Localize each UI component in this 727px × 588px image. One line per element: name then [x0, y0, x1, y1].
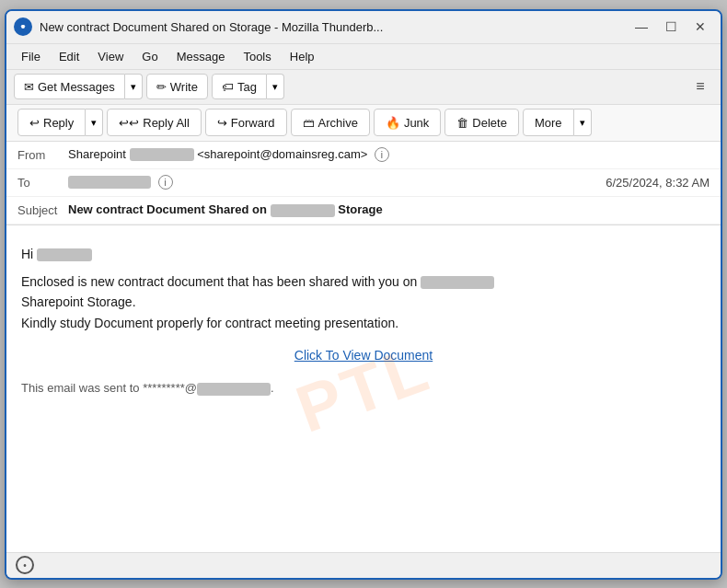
- forward-icon: ↪: [217, 116, 227, 130]
- email-headers: From Sharepoint <sharepoint@domainsreg.c…: [6, 142, 721, 225]
- forward-button[interactable]: ↪ Forward: [205, 109, 287, 136]
- archive-icon: 🗃: [303, 116, 315, 130]
- archive-button[interactable]: 🗃 Archive: [291, 109, 370, 136]
- body-paragraph: Enclosed is new contract document that h…: [21, 271, 706, 333]
- window-controls: — ☐ ✕: [629, 16, 713, 38]
- menu-message[interactable]: Message: [169, 48, 233, 65]
- subject-bold: New contract Document Shared on: [68, 202, 267, 216]
- reply-all-button[interactable]: ↩↩ Reply All: [107, 109, 202, 136]
- statusbar: •: [6, 552, 721, 578]
- titlebar: New contract Document Shared on Storage …: [6, 11, 721, 44]
- to-blurred: [68, 176, 151, 189]
- menubar: File Edit View Go Message Tools Help: [6, 44, 721, 70]
- from-value: Sharepoint <sharepoint@domainsreg.cam> i: [68, 147, 710, 163]
- from-row: From Sharepoint <sharepoint@domainsreg.c…: [6, 142, 721, 169]
- window-title: New contract Document Shared on Storage …: [40, 20, 629, 34]
- footer-end: .: [271, 381, 274, 395]
- view-document-link[interactable]: Click To View Document: [21, 348, 706, 363]
- menu-tools[interactable]: Tools: [236, 48, 278, 65]
- from-info-icon[interactable]: i: [375, 147, 389, 162]
- connection-status-icon: •: [16, 556, 34, 574]
- menu-go[interactable]: Go: [134, 48, 165, 65]
- greeting-blurred: [37, 248, 92, 261]
- to-info-icon[interactable]: i: [158, 175, 173, 190]
- minimize-button[interactable]: —: [629, 16, 654, 38]
- email-body: PTL Hi Enclosed is new contract document…: [6, 225, 721, 552]
- greeting-text: Hi: [21, 247, 33, 261]
- junk-icon: 🔥: [386, 116, 400, 130]
- body-line3: Kindly study Document properly for contr…: [21, 316, 398, 330]
- body-line1: Enclosed is new contract document that h…: [21, 274, 417, 289]
- reply-icon: ↩: [29, 116, 40, 130]
- footer: This email was sent to *********@ .: [21, 381, 706, 396]
- antenna-icon: •: [23, 560, 27, 571]
- menu-view[interactable]: View: [90, 48, 131, 65]
- main-window: New contract Document Shared on Storage …: [5, 9, 722, 580]
- more-label: More: [535, 116, 562, 130]
- forward-label: Forward: [231, 116, 275, 130]
- footer-text: This email was sent to *********@: [21, 381, 197, 395]
- svg-point-1: [21, 25, 25, 29]
- email-body-text: Hi Enclosed is new contract document tha…: [21, 244, 706, 334]
- close-button[interactable]: ✕: [687, 16, 713, 38]
- delete-icon: 🗑: [456, 116, 468, 130]
- tag-icon: 🏷: [222, 80, 234, 94]
- from-email: <sharepoint@domainsreg.cam>: [197, 147, 367, 161]
- reply-all-icon: ↩↩: [119, 116, 139, 130]
- inbox-icon: ✉: [24, 80, 34, 94]
- tag-label: Tag: [237, 80, 257, 94]
- reply-label: Reply: [43, 116, 74, 130]
- more-dropdown[interactable]: ▾: [574, 109, 592, 136]
- app-icon: [14, 17, 32, 36]
- actionbar: ↩ Reply ▾ ↩↩ Reply All ↪ Forward 🗃 Archi…: [6, 105, 721, 142]
- get-messages-label: Get Messages: [38, 80, 115, 94]
- write-button[interactable]: ✏ Write: [146, 74, 208, 99]
- more-group: More ▾: [523, 109, 592, 136]
- get-messages-group: ✉ Get Messages ▾: [14, 74, 143, 99]
- write-icon: ✏: [156, 80, 167, 94]
- hamburger-button[interactable]: ≡: [687, 74, 713, 99]
- menu-edit[interactable]: Edit: [52, 48, 87, 65]
- from-label: From: [17, 148, 68, 162]
- to-value: i: [68, 175, 606, 190]
- email-timestamp: 6/25/2024, 8:32 AM: [606, 176, 710, 190]
- junk-label: Junk: [404, 116, 429, 130]
- tag-button[interactable]: 🏷 Tag: [212, 74, 267, 99]
- tag-group: 🏷 Tag ▾: [212, 74, 284, 99]
- write-label: Write: [170, 80, 198, 94]
- reply-group: ↩ Reply ▾: [17, 109, 103, 136]
- from-name: Sharepoint: [68, 147, 126, 161]
- reply-button[interactable]: ↩ Reply: [17, 109, 86, 136]
- get-messages-dropdown[interactable]: ▾: [125, 74, 143, 99]
- get-messages-button[interactable]: ✉ Get Messages: [14, 74, 125, 99]
- maximize-button[interactable]: ☐: [658, 16, 684, 38]
- greeting-line: Hi: [21, 244, 706, 264]
- tag-dropdown[interactable]: ▾: [267, 74, 284, 99]
- to-label: To: [17, 176, 68, 190]
- to-row: To i 6/25/2024, 8:32 AM: [6, 169, 721, 197]
- menu-help[interactable]: Help: [283, 48, 322, 65]
- reply-dropdown[interactable]: ▾: [86, 109, 103, 136]
- more-button[interactable]: More: [523, 109, 574, 136]
- subject-blurred: [271, 204, 335, 217]
- subject-label: Subject: [17, 203, 68, 217]
- toolbar: ✉ Get Messages ▾ ✏ Write 🏷 Tag ▾ ≡: [6, 70, 721, 105]
- subject-end: Storage: [338, 202, 382, 216]
- footer-blurred: [197, 383, 271, 396]
- menu-file[interactable]: File: [14, 48, 48, 65]
- from-name-blurred: [130, 148, 194, 161]
- delete-button[interactable]: 🗑 Delete: [444, 109, 519, 136]
- body-blurred: [421, 276, 494, 289]
- subject-row: Subject New contract Document Shared on …: [6, 197, 721, 225]
- junk-button[interactable]: 🔥 Junk: [374, 109, 441, 136]
- delete-label: Delete: [472, 116, 507, 130]
- thunderbird-icon: [17, 20, 29, 33]
- archive-label: Archive: [318, 116, 358, 130]
- reply-all-label: Reply All: [143, 116, 190, 130]
- subject-value: New contract Document Shared on Storage: [68, 202, 710, 217]
- body-line2: Sharepoint Storage.: [21, 294, 136, 309]
